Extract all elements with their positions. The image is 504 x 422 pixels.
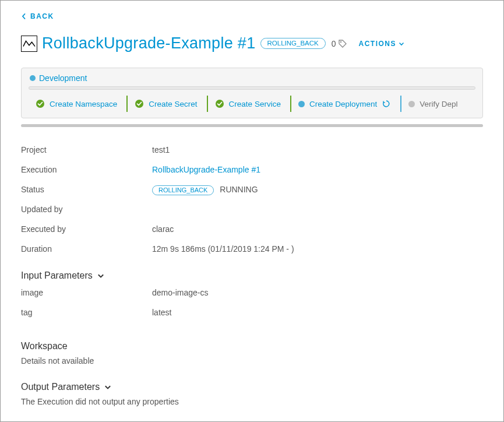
input-parameters-header[interactable]: Input Parameters: [21, 270, 483, 281]
stage-name: Development: [39, 73, 87, 83]
output-parameters-sub: The Execution did not output any propert…: [21, 397, 483, 406]
svg-point-3: [216, 100, 224, 108]
actions-menu[interactable]: ACTIONS: [359, 40, 405, 48]
rollback-icon: [382, 99, 391, 108]
check-circle-icon: [36, 99, 45, 108]
status-badge: ROLLING_BACK: [260, 38, 326, 49]
status-pill: ROLLING_BACK: [152, 185, 214, 195]
execution-link[interactable]: RollbackUpgrade-Example #1: [152, 165, 260, 174]
chevron-down-icon: [104, 384, 111, 391]
workspace-header: Workspace: [21, 341, 483, 351]
svg-point-2: [135, 100, 143, 108]
input-param-row: image demo-image-cs: [21, 281, 483, 303]
row-execution: Execution RollbackUpgrade-Example #1: [21, 160, 483, 180]
task-create-namespace[interactable]: Create Namespace: [29, 96, 128, 112]
running-dot-icon: [298, 101, 305, 107]
chevron-left-icon: [21, 13, 27, 19]
task-create-service[interactable]: Create Service: [208, 96, 291, 112]
details-section: Project test1 Execution RollbackUpgrade-…: [1, 127, 503, 406]
tag-icon: [338, 39, 347, 48]
row-project: Project test1: [21, 140, 483, 160]
stage-header[interactable]: Development: [22, 68, 482, 86]
chevron-down-icon: [399, 41, 404, 47]
row-executed-by: Executed by clarac: [21, 219, 483, 239]
svg-point-0: [340, 41, 341, 42]
task-create-deployment[interactable]: Create Deployment: [291, 96, 401, 112]
status-text: RUNNING: [220, 185, 258, 194]
task-create-secret[interactable]: Create Secret: [128, 96, 207, 112]
tasks-row: Create Namespace Create Secret Create Se…: [22, 90, 482, 112]
input-param-row: tag latest: [21, 303, 483, 322]
stage-dot-icon: [30, 75, 36, 81]
output-parameters-header[interactable]: Output Parameters: [21, 382, 483, 392]
pending-dot-icon: [408, 101, 415, 107]
back-button[interactable]: BACK: [21, 12, 54, 20]
workspace-sub: Details not available: [21, 356, 483, 365]
stage-panel: Development Create Namespace Create Secr…: [21, 68, 483, 118]
row-updated-by: Updated by: [21, 199, 483, 219]
check-circle-icon: [135, 99, 144, 108]
check-circle-icon: [215, 99, 224, 108]
page-title: RollbackUpgrade-Example #1: [42, 34, 256, 52]
title-row: RollbackUpgrade-Example #1 ROLLING_BACK …: [21, 34, 483, 52]
task-verify-deployment[interactable]: Verify Depl: [401, 96, 467, 112]
pipeline-icon: [21, 36, 37, 52]
row-status: Status ROLLING_BACK RUNNING: [21, 180, 483, 199]
chevron-down-icon: [97, 272, 104, 279]
row-duration: Duration 12m 9s 186ms (01/11/2019 1:24 P…: [21, 239, 483, 259]
svg-point-1: [36, 100, 44, 108]
back-label: BACK: [30, 12, 54, 20]
tag-count[interactable]: 0: [332, 39, 347, 48]
